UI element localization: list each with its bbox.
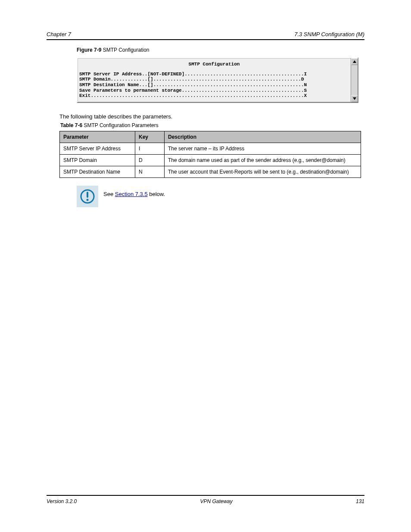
attention-icon (77, 186, 98, 207)
col-parameter: Parameter (60, 131, 135, 143)
terminal-line: Save Parameters to permanent storage....… (79, 88, 349, 93)
section-label: 7.3 SNMP Configuration (M) (294, 31, 364, 37)
table-row: SMTP Destination Name N The user account… (60, 166, 361, 177)
chevron-down-icon (353, 97, 356, 100)
svg-rect-3 (87, 192, 88, 198)
note-block: See Section 7.3.5 below. (77, 186, 364, 207)
terminal-body: SMTP Configuration SMTP Server IP Addres… (78, 58, 351, 102)
params-intro-text: The following table describes the parame… (59, 113, 364, 120)
header-rule (47, 39, 364, 40)
table-label: Table 7-6 (60, 122, 82, 128)
figure-caption: Figure 7-9 SMTP Configuration (77, 47, 364, 53)
cell-key: D (135, 154, 165, 166)
params-table: Parameter Key Description SMTP Server IP… (59, 131, 361, 178)
svg-marker-0 (353, 60, 356, 63)
svg-point-4 (87, 199, 89, 201)
footer-page-number: 131 (356, 498, 364, 504)
col-key: Key (135, 131, 165, 143)
footer-rule (47, 495, 364, 496)
cell-param: SMTP Server IP Address (60, 143, 135, 154)
note-link[interactable]: Section 7.3.5 (115, 191, 148, 197)
table-row: SMTP Domain D The domain name used as pa… (60, 154, 361, 166)
footer-product: VPN Gateway (200, 498, 232, 504)
terminal-line: SMTP Destination Name...[]..............… (79, 82, 349, 88)
terminal-title: SMTP Configuration (79, 62, 349, 67)
terminal-line: SMTP Server IP Address..[NOT-DEFINED]...… (79, 72, 349, 77)
running-header: Chapter 7 7.3 SNMP Configuration (M) (47, 31, 364, 39)
scrollbar[interactable] (351, 58, 358, 102)
figure-label: Figure 7-9 (77, 47, 101, 53)
cell-desc: The domain name used as part of the send… (165, 154, 361, 166)
footer-version: Version 3.2.0 (47, 498, 77, 504)
cell-param: SMTP Domain (60, 154, 135, 166)
scroll-down-button[interactable] (351, 95, 358, 102)
note-text: See Section 7.3.5 below. (103, 186, 165, 197)
cell-key: I (135, 143, 165, 154)
table-row: SMTP Server IP Address I The server name… (60, 143, 361, 154)
chapter-label: Chapter 7 (47, 31, 71, 37)
table-caption: Table 7-6 SMTP Configuration Parameters (60, 122, 364, 128)
terminal-line: SMTP Domain.............[]..............… (79, 77, 349, 82)
page-footer: Version 3.2.0 VPN Gateway 131 (47, 495, 364, 504)
svg-marker-1 (353, 97, 356, 100)
cell-desc: The server name – its IP Address (165, 143, 361, 154)
col-description: Description (165, 131, 361, 143)
terminal-window: SMTP Configuration SMTP Server IP Addres… (77, 57, 358, 103)
cell-param: SMTP Destination Name (60, 166, 135, 177)
cell-key: N (135, 166, 165, 177)
table-caption-title: SMTP Configuration Parameters (84, 122, 158, 128)
scroll-up-button[interactable] (351, 58, 358, 65)
table-header-row: Parameter Key Description (60, 131, 361, 143)
note-prefix: See (103, 191, 115, 197)
cell-desc: The user account that Event-Reports will… (165, 166, 361, 177)
figure-title: SMTP Configuration (103, 47, 149, 53)
chevron-up-icon (353, 60, 356, 63)
note-suffix: below. (148, 191, 165, 197)
terminal-line: Exit....................................… (79, 93, 349, 99)
